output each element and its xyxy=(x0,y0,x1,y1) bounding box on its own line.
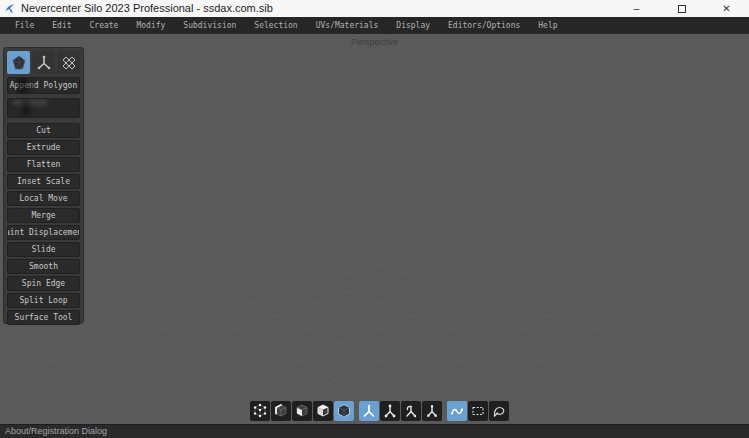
viewport-mode-label: Perspective xyxy=(0,37,749,47)
tool-button-cut[interactable]: Cut xyxy=(7,123,80,138)
manipulator-group xyxy=(359,401,442,421)
move-manipulator-icon xyxy=(382,403,398,419)
selection-style-group xyxy=(447,401,509,421)
scale-manipulator-button[interactable] xyxy=(422,401,442,421)
rotate-manipulator-icon xyxy=(403,403,419,419)
rect-select-icon xyxy=(470,403,486,419)
edge-mode-icon xyxy=(273,403,289,419)
bottom-toolbar xyxy=(250,401,509,421)
close-button[interactable]: ✕ xyxy=(704,0,749,17)
tool-button-paint-displacement[interactable]: Paint Displacement xyxy=(7,225,80,240)
tool-button-merge[interactable]: Merge xyxy=(7,208,80,223)
diamonds-icon xyxy=(60,54,78,72)
face-mode-icon xyxy=(294,403,310,419)
window-title: Nevercenter Silo 2023 Professional - ssd… xyxy=(21,0,614,17)
multi-mode-button[interactable] xyxy=(334,401,354,421)
universal-manipulator-icon xyxy=(361,403,377,419)
menubar: File Edit Create Modify Subdivision Sele… xyxy=(0,17,749,34)
tab-uv-tools[interactable] xyxy=(57,51,80,74)
perspective-grid xyxy=(0,34,749,424)
tool-panel: Append Polygon Cut Extrude Flatten Inset… xyxy=(3,47,84,324)
viewport-3d[interactable]: Perspective xyxy=(0,34,749,424)
maximize-button[interactable] xyxy=(659,0,704,17)
object-mode-button[interactable] xyxy=(313,401,333,421)
object-mode-icon xyxy=(315,403,331,419)
maximize-icon xyxy=(678,5,686,13)
menu-uvs-materials[interactable]: UVs/Materials xyxy=(307,17,388,34)
tool-button-slide[interactable]: Slide xyxy=(7,242,80,257)
titlebar: Nevercenter Silo 2023 Professional - ssd… xyxy=(0,0,749,17)
menu-help[interactable]: Help xyxy=(529,17,566,34)
selection-mode-group xyxy=(250,401,354,421)
tool-button-smooth[interactable]: Smooth xyxy=(7,259,80,274)
tripod-icon xyxy=(35,54,53,72)
app-logo-icon xyxy=(4,3,16,15)
menu-create[interactable]: Create xyxy=(81,17,128,34)
tool-panel-tabs xyxy=(7,51,80,74)
tool-button-append-polygon[interactable]: Append Polygon xyxy=(7,77,80,94)
tool-button-surface-tool[interactable]: Surface Tool xyxy=(7,310,80,325)
minimize-button[interactable]: – xyxy=(614,0,659,17)
tool-button-inset-scale[interactable]: Inset Scale xyxy=(7,174,80,189)
menu-subdivision[interactable]: Subdivision xyxy=(174,17,245,34)
tool-button-local-move[interactable]: Local Move xyxy=(7,191,80,206)
soft-selection-icon xyxy=(449,403,465,419)
multi-mode-icon xyxy=(336,403,352,419)
blur-artifact xyxy=(22,101,30,115)
lasso-select-icon xyxy=(491,403,507,419)
move-manipulator-button[interactable] xyxy=(380,401,400,421)
blur-artifact xyxy=(17,77,28,94)
menu-edit[interactable]: Edit xyxy=(43,17,80,34)
soft-selection-button[interactable] xyxy=(447,401,467,421)
rect-select-button[interactable] xyxy=(468,401,488,421)
status-text: About/Registration Dialog xyxy=(5,426,107,436)
rotate-manipulator-button[interactable] xyxy=(401,401,421,421)
blur-artifact xyxy=(30,77,35,94)
vertex-mode-button[interactable] xyxy=(250,401,270,421)
tool-button-flatten[interactable]: Flatten xyxy=(7,157,80,172)
tab-polygon-tools[interactable] xyxy=(7,51,30,74)
statusbar: About/Registration Dialog xyxy=(0,424,749,438)
menu-modify[interactable]: Modify xyxy=(127,17,174,34)
scale-manipulator-icon xyxy=(424,403,440,419)
menu-selection[interactable]: Selection xyxy=(245,17,306,34)
menu-file[interactable]: File xyxy=(6,17,43,34)
blur-artifact xyxy=(13,100,47,105)
lasso-select-button[interactable] xyxy=(489,401,509,421)
tool-button-split-loop[interactable]: Split Loop xyxy=(7,293,80,308)
tab-manipulator-tools[interactable] xyxy=(32,51,55,74)
window-controls: – ✕ xyxy=(614,0,749,17)
blurred-tool-buttons xyxy=(7,98,80,118)
tool-button-list: Cut Extrude Flatten Inset Scale Local Mo… xyxy=(7,123,80,325)
universal-manipulator-button[interactable] xyxy=(359,401,379,421)
vertex-mode-icon xyxy=(252,403,268,419)
face-mode-button[interactable] xyxy=(292,401,312,421)
menu-editors-options[interactable]: Editors/Options xyxy=(439,17,529,34)
tool-button-spin-edge[interactable]: Spin Edge xyxy=(7,276,80,291)
menu-display[interactable]: Display xyxy=(387,17,439,34)
gem-icon xyxy=(10,54,28,72)
edge-mode-button[interactable] xyxy=(271,401,291,421)
tool-button-extrude[interactable]: Extrude xyxy=(7,140,80,155)
app-window: Nevercenter Silo 2023 Professional - ssd… xyxy=(0,0,749,438)
